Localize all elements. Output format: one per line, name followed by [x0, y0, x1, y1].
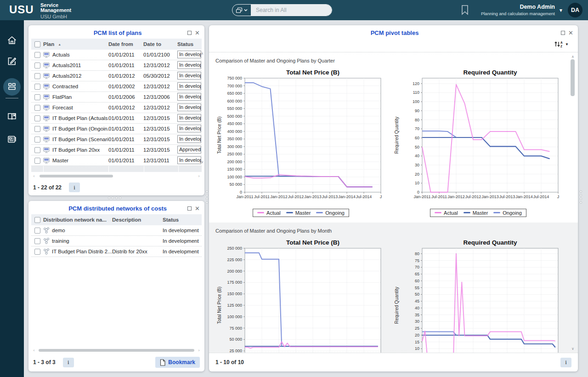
- info-button[interactable]: i: [560, 358, 571, 367]
- scroll-left-arrow[interactable]: ‹: [31, 348, 37, 353]
- status-select[interactable]: In development: [177, 93, 201, 101]
- splitter-handle-horizontal[interactable]: [108, 197, 121, 199]
- bookmark-button[interactable]: Bookmark: [155, 357, 200, 368]
- status-select[interactable]: In development: [177, 72, 201, 80]
- close-button[interactable]: ✕: [195, 206, 200, 211]
- plan-name: IT Budget Plan (Ongoin...: [52, 126, 108, 131]
- select-all-checkbox[interactable]: [34, 217, 40, 223]
- sidebar-item-news[interactable]: [0, 131, 24, 148]
- date-from: 01/01/2011: [108, 52, 143, 57]
- table-row[interactable]: IT Budget Plan (Scenari... 01/01/2011 12…: [31, 134, 202, 145]
- row-checkbox[interactable]: [34, 52, 40, 58]
- sidebar-item-home[interactable]: [0, 32, 24, 49]
- row-checkbox[interactable]: [34, 84, 40, 90]
- column-header-date-from[interactable]: Date from: [108, 41, 143, 47]
- user-menu[interactable]: Demo Admin Planning and calculation mana…: [481, 4, 555, 16]
- product-name: Service Management USU GmbH: [40, 3, 71, 19]
- column-header-status[interactable]: Status: [163, 217, 202, 223]
- header-bookmark-icon[interactable]: [460, 5, 469, 17]
- splitter-handle-right-edge[interactable]: [580, 190, 582, 204]
- svg-text:30: 30: [415, 163, 419, 167]
- column-header-date-to[interactable]: Date to: [143, 41, 177, 47]
- table-row[interactable]: IT Budget Plan (Ongoin... 01/01/2011 12/…: [31, 124, 202, 134]
- scrollbar-thumb[interactable]: [571, 59, 575, 96]
- row-checkbox[interactable]: [34, 249, 40, 255]
- table-row[interactable]: IT Budget Plan 20xx 01/01/2011 12/31/201…: [31, 145, 202, 155]
- table-row[interactable]: Forecast 01/01/2012 12/31/2012 In develo…: [31, 103, 202, 113]
- row-checkbox[interactable]: [34, 238, 40, 244]
- status-select[interactable]: In development: [177, 103, 201, 111]
- close-button[interactable]: ✕: [195, 31, 200, 35]
- scrollbar-track[interactable]: [37, 174, 196, 178]
- svg-text:120: 120: [413, 81, 419, 86]
- search-scope-button[interactable]: [232, 5, 251, 16]
- status-select[interactable]: In development: [177, 114, 201, 122]
- status-select[interactable]: In development: [177, 125, 201, 132]
- svg-text:Jul-2013: Jul-2013: [499, 194, 515, 199]
- row-checkbox[interactable]: [34, 115, 40, 121]
- row-checkbox[interactable]: [34, 94, 40, 100]
- close-button[interactable]: ✕: [568, 31, 573, 35]
- scrollbar-track[interactable]: [37, 348, 196, 352]
- svg-text:Jan-2013: Jan-2013: [481, 194, 499, 199]
- select-all-checkbox[interactable]: [34, 41, 40, 47]
- table-row[interactable]: Actuals2012 01/01/2012 05/30/2012 In dev…: [31, 71, 202, 81]
- column-header-description[interactable]: Description: [112, 217, 163, 223]
- maximize-button[interactable]: [187, 206, 192, 211]
- maximize-button[interactable]: [187, 31, 192, 35]
- table-row[interactable]: FlatPlan 01/01/2006 12/31/2006 In develo…: [31, 92, 202, 103]
- column-header-status[interactable]: Status: [177, 41, 202, 47]
- sidebar-item-dashboards[interactable]: [0, 78, 24, 95]
- table-row[interactable]: Contracted 01/01/2002 12/31/2012 In deve…: [31, 81, 202, 92]
- svg-text:600 000: 600 000: [227, 99, 242, 103]
- status-select[interactable]: In development: [177, 51, 201, 58]
- row-checkbox[interactable]: [34, 147, 40, 153]
- svg-text:650 000: 650 000: [227, 91, 242, 96]
- status-select[interactable]: In development: [177, 61, 201, 69]
- svg-text:45: 45: [415, 299, 419, 303]
- sidebar-item-library[interactable]: [0, 108, 24, 125]
- status-select[interactable]: In development: [177, 135, 201, 143]
- scroll-left-arrow[interactable]: ‹: [31, 174, 37, 178]
- scrollbar-thumb[interactable]: [40, 175, 113, 177]
- row-checkbox[interactable]: [34, 228, 40, 234]
- table-row[interactable]: demo In development: [31, 225, 202, 236]
- table-row[interactable]: Actuals 01/01/2011 01/01/2100 In develop…: [31, 50, 202, 60]
- user-caret-icon[interactable]: ▼: [559, 8, 563, 13]
- table-row[interactable]: training In development: [31, 236, 202, 246]
- row-checkbox[interactable]: [34, 158, 40, 164]
- table-row[interactable]: Actuals2011 01/01/2011 12/31/2012 In dev…: [31, 60, 202, 71]
- scroll-right-arrow[interactable]: ›: [196, 174, 202, 178]
- row-checkbox[interactable]: [34, 137, 40, 143]
- sort-button[interactable]: A Z ▼: [554, 40, 569, 48]
- status-select[interactable]: In development: [177, 156, 201, 164]
- row-checkbox[interactable]: [34, 126, 40, 132]
- table-row[interactable]: Master 01/01/2011 12/31/2011 In developm…: [31, 155, 202, 166]
- scroll-right-arrow[interactable]: ›: [196, 348, 202, 353]
- table-row[interactable]: IT Budget Plan Distrib 2... Distrib for …: [31, 246, 202, 257]
- row-checkbox[interactable]: [34, 63, 40, 69]
- status-select[interactable]: Approved: [177, 146, 201, 154]
- row-checkbox[interactable]: [34, 105, 40, 111]
- maximize-button[interactable]: [561, 31, 565, 35]
- avatar[interactable]: DA: [568, 3, 582, 17]
- scroll-up-arrow[interactable]: ∧: [570, 55, 576, 59]
- column-header-network-name[interactable]: Distribution network na...: [43, 217, 112, 223]
- info-button[interactable]: i: [69, 183, 80, 192]
- scroll-down-arrow[interactable]: ∨: [201, 160, 204, 164]
- sidebar-divider: [6, 98, 18, 98]
- splitter-handle-vertical[interactable]: [206, 190, 208, 204]
- scroll-down-arrow[interactable]: ∨: [570, 347, 576, 351]
- scroll-up-arrow[interactable]: ∧: [201, 51, 204, 56]
- info-button[interactable]: i: [63, 358, 74, 367]
- column-header-plan[interactable]: Plan▲: [43, 41, 108, 47]
- table-row[interactable]: IT Budget Plan (Actuals... 01/01/2011 12…: [31, 113, 202, 124]
- date-to: 12/31/2012: [143, 84, 177, 89]
- row-checkbox[interactable]: [34, 73, 40, 79]
- status-select[interactable]: In development: [177, 82, 201, 90]
- svg-text:10: 10: [415, 181, 419, 185]
- sidebar-item-edit[interactable]: [0, 53, 24, 69]
- search-input[interactable]: [251, 5, 332, 16]
- legend-swatch: [493, 212, 500, 213]
- scrollbar-thumb[interactable]: [39, 349, 194, 352]
